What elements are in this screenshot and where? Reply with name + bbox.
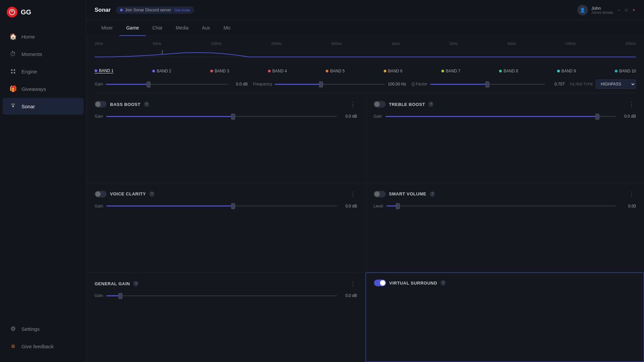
q-label: Q Factor bbox=[412, 82, 427, 86]
q-slider-thumb[interactable] bbox=[485, 81, 489, 87]
tab-aux[interactable]: Aux bbox=[195, 20, 217, 36]
band-label-3[interactable]: BAND 3 bbox=[210, 68, 229, 73]
tab-mixer[interactable]: Mixer bbox=[95, 20, 119, 36]
gain-slider-track[interactable] bbox=[106, 84, 228, 85]
user-sub: Joined already bbox=[591, 11, 613, 14]
treble-boost-toggle[interactable] bbox=[374, 101, 386, 108]
sidebar-item-home[interactable]: 🏠 Home bbox=[3, 28, 84, 45]
voice-clarity-slider-thumb[interactable] bbox=[231, 203, 235, 209]
svg-rect-1 bbox=[11, 69, 13, 71]
eq-curve-area[interactable]: / bbox=[95, 47, 636, 67]
smart-volume-header: SMART VOLUME ? ⋮ bbox=[374, 190, 636, 198]
tab-media[interactable]: Media bbox=[169, 20, 195, 36]
frequency-value: 100.00 Hz bbox=[388, 82, 406, 86]
smart-volume-more-button[interactable]: ⋮ bbox=[627, 190, 636, 198]
sidebar-label-giveaways: Giveaways bbox=[21, 86, 46, 92]
bass-boost-gain-label: Gain bbox=[95, 114, 103, 119]
general-gain-help[interactable]: ? bbox=[133, 281, 139, 286]
general-gain-value: 0.0 dB bbox=[340, 293, 357, 298]
band-label-10[interactable]: BAND 10 bbox=[615, 68, 636, 73]
band-label-2[interactable]: BAND 2 bbox=[152, 68, 171, 73]
voice-clarity-more-button[interactable]: ⋮ bbox=[348, 190, 357, 198]
frequency-slider-thumb[interactable] bbox=[319, 81, 323, 87]
freq-50hz: 50Hz bbox=[153, 42, 161, 46]
tab-chat[interactable]: Chat bbox=[146, 20, 169, 36]
gain-slider-thumb[interactable] bbox=[147, 81, 151, 87]
app-logo: GG bbox=[0, 0, 86, 24]
minimize-button[interactable]: − bbox=[616, 8, 621, 12]
bass-boost-more-button[interactable]: ⋮ bbox=[348, 100, 357, 109]
discord-badge[interactable]: Join Sonar Discord server Get invite bbox=[116, 6, 194, 14]
bass-boost-slider-fill bbox=[106, 116, 233, 117]
voice-clarity-toggle[interactable] bbox=[95, 191, 107, 197]
close-button[interactable]: ✕ bbox=[631, 8, 636, 12]
treble-boost-slider-thumb[interactable] bbox=[595, 114, 599, 120]
sidebar-item-sonar[interactable]: Sonar bbox=[3, 98, 84, 115]
bass-boost-help[interactable]: ? bbox=[144, 102, 149, 107]
bass-boost-slider-thumb[interactable] bbox=[231, 114, 235, 120]
band-label-7[interactable]: BAND 7 bbox=[441, 68, 460, 73]
freq-100hz: 100Hz bbox=[211, 42, 222, 46]
treble-boost-slider-fill bbox=[385, 116, 597, 117]
general-gain-slider-track[interactable] bbox=[106, 295, 337, 296]
sidebar-item-feedback[interactable]: ≡ Give feedback bbox=[3, 338, 84, 355]
smart-volume-slider-thumb[interactable] bbox=[396, 203, 400, 209]
gain-slider-fill bbox=[106, 84, 149, 85]
virtual-surround-name: VIRTUAL SURROUND bbox=[389, 281, 437, 286]
freq-20hz: 20Hz bbox=[95, 42, 103, 46]
bass-boost-gain-value: 0.0 dB bbox=[340, 114, 357, 119]
treble-boost-slider-track[interactable] bbox=[385, 116, 616, 117]
voice-clarity-slider-fill bbox=[106, 205, 233, 206]
voice-clarity-slider-track[interactable] bbox=[106, 205, 337, 206]
smart-volume-toggle[interactable] bbox=[374, 191, 386, 197]
virtual-surround-help[interactable]: ? bbox=[440, 280, 446, 286]
filter-type-label: FILTER TYPE bbox=[570, 82, 593, 86]
general-gain-slider-thumb[interactable] bbox=[118, 293, 122, 299]
smart-volume-help[interactable]: ? bbox=[430, 191, 435, 197]
sidebar: GG 🏠 Home ⏱ Moments Engine 🎁 Giveaways bbox=[0, 0, 87, 362]
treble-boost-slider-row: Gain 0.0 dB bbox=[374, 114, 636, 119]
band-label-1[interactable]: BAND 1 bbox=[95, 68, 113, 73]
voice-clarity-help[interactable]: ? bbox=[149, 191, 155, 197]
treble-boost-gain-label: Gain bbox=[374, 114, 382, 119]
freq-20khz: 20kHz bbox=[626, 42, 636, 46]
bass-boost-name: BASS BOOST bbox=[110, 102, 141, 107]
engine-icon bbox=[9, 68, 17, 75]
effect-bass-boost: BASS BOOST ? ⋮ Gain 0.0 dB bbox=[87, 93, 365, 183]
treble-boost-help[interactable]: ? bbox=[428, 102, 434, 107]
sidebar-item-engine[interactable]: Engine bbox=[3, 63, 84, 80]
band-label-5[interactable]: BAND 5 bbox=[326, 68, 344, 73]
sidebar-item-settings[interactable]: ⚙ Settings bbox=[3, 320, 84, 337]
band-dot-9 bbox=[557, 70, 560, 72]
band-name-2: BAND 2 bbox=[157, 69, 171, 73]
band-label-8[interactable]: BAND 8 bbox=[499, 68, 518, 73]
discord-invite[interactable]: Get invite bbox=[174, 8, 190, 12]
sidebar-item-giveaways[interactable]: 🎁 Giveaways bbox=[3, 80, 84, 97]
effect-general-gain: GENERAL GAIN ? ⋮ Gain 0.0 dB bbox=[87, 273, 365, 362]
freq-1khz: 1kHz bbox=[391, 42, 400, 46]
general-gain-slider-row: Gain 0.0 dB bbox=[95, 293, 357, 298]
maximize-button[interactable]: □ bbox=[624, 8, 629, 12]
band-dot-7 bbox=[441, 70, 444, 72]
band-label-9[interactable]: BAND 9 bbox=[557, 68, 576, 73]
bass-boost-toggle[interactable] bbox=[95, 101, 107, 108]
band-label-6[interactable]: BAND 6 bbox=[384, 68, 402, 73]
q-slider-track[interactable] bbox=[430, 84, 545, 85]
tab-game[interactable]: Game bbox=[119, 20, 146, 36]
tab-mic[interactable]: Mic bbox=[217, 20, 237, 36]
treble-boost-more-button[interactable]: ⋮ bbox=[627, 100, 636, 109]
eq-controls-row: Gain 0.0 dB Frequency 100.00 Hz Q Factor bbox=[95, 76, 636, 93]
general-gain-more-button[interactable]: ⋮ bbox=[348, 279, 357, 288]
frequency-label: Frequency bbox=[253, 82, 272, 86]
frequency-slider-track[interactable] bbox=[275, 84, 385, 85]
voice-clarity-title-row: VOICE CLARITY ? bbox=[95, 191, 155, 197]
virtual-surround-toggle[interactable] bbox=[374, 280, 386, 286]
frequency-control: Frequency 100.00 Hz bbox=[253, 82, 406, 86]
sidebar-item-moments[interactable]: ⏱ Moments bbox=[3, 46, 84, 62]
smart-volume-slider-track[interactable] bbox=[386, 205, 616, 206]
treble-boost-toggle-knob bbox=[374, 102, 380, 107]
band-label-4[interactable]: BAND 4 bbox=[268, 68, 287, 73]
sidebar-label-settings: Settings bbox=[21, 326, 40, 332]
bass-boost-slider-track[interactable] bbox=[106, 116, 337, 117]
filter-type-select[interactable]: HIGHPASS LOWPASS BANDPASS PEAK NOTCH LOW… bbox=[596, 79, 636, 89]
